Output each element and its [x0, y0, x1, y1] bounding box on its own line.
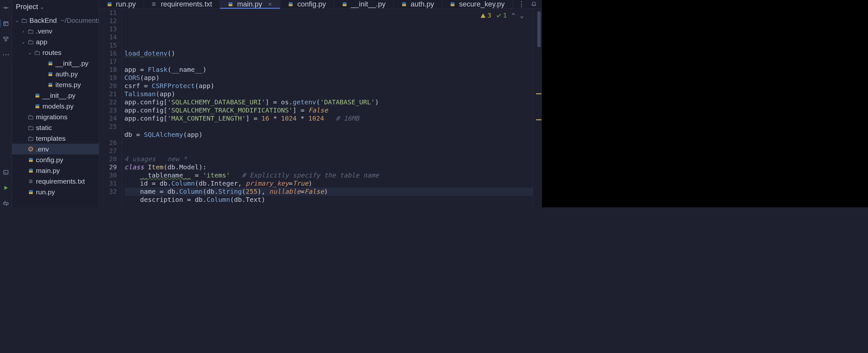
- tabbar-actions: ⋮: [513, 0, 542, 8]
- tree-item-label: .venv: [36, 27, 52, 35]
- project-header[interactable]: Project ⌄: [12, 0, 99, 14]
- tree-item-auth-py[interactable]: auth.py: [12, 69, 99, 79]
- line-number[interactable]: 16: [99, 50, 117, 58]
- code-line[interactable]: description = db.Column(db.Text): [125, 196, 533, 204]
- prev-highlight-icon[interactable]: ⌃: [512, 11, 515, 20]
- tree-item---init---py[interactable]: __init__.py: [12, 58, 99, 69]
- tree-item-app[interactable]: ⌄🗀app: [12, 36, 99, 47]
- tree-item--venv[interactable]: ›🗀.venv: [12, 26, 99, 36]
- line-number[interactable]: 17: [99, 58, 117, 66]
- tab-config-py[interactable]: config.py: [280, 0, 334, 8]
- structure-icon[interactable]: [2, 35, 10, 43]
- project-icon[interactable]: [2, 20, 10, 27]
- tree-item-models-py[interactable]: models.py: [12, 101, 99, 111]
- commit-icon[interactable]: [2, 4, 10, 12]
- code-line[interactable]: [125, 123, 533, 131]
- line-number[interactable]: 11: [99, 9, 117, 17]
- line-number[interactable]: 19: [99, 74, 117, 82]
- code-line[interactable]: [125, 41, 533, 50]
- code-line[interactable]: db = SQLAlchemy(app): [125, 131, 533, 139]
- line-number[interactable]: 12: [99, 17, 117, 25]
- line-number[interactable]: 13: [99, 25, 117, 33]
- notifications-icon[interactable]: [531, 0, 537, 8]
- more-vertical-icon[interactable]: ⋮: [518, 0, 525, 8]
- line-number[interactable]: 29: [99, 163, 117, 171]
- inspection-widget[interactable]: 3 1 ⌃ ⌄: [480, 11, 524, 20]
- svg-rect-27: [289, 4, 292, 6]
- code-line[interactable]: name = db.Column(db.String(255), nullabl…: [125, 188, 533, 196]
- terminal-icon[interactable]: [2, 168, 10, 176]
- line-number[interactable]: 14: [99, 33, 117, 41]
- code-line[interactable]: csrf = CSRFProtect(app): [125, 82, 533, 90]
- python-console-icon[interactable]: [2, 200, 10, 207]
- code-line[interactable]: CORS(app): [125, 74, 533, 82]
- line-number[interactable]: 24: [99, 115, 117, 123]
- line-number[interactable]: 30: [99, 171, 117, 180]
- tree-item-routes[interactable]: ⌄🗀routes: [12, 47, 99, 58]
- line-number[interactable]: 20: [99, 82, 117, 90]
- tab-main-py[interactable]: main.py✕: [220, 0, 280, 8]
- code-line[interactable]: [125, 204, 533, 207]
- svg-rect-13: [35, 96, 39, 98]
- tree-item-templates[interactable]: 🗀templates: [12, 133, 99, 144]
- warning-mark[interactable]: [536, 93, 541, 94]
- warnings-badge[interactable]: 3: [480, 11, 491, 20]
- line-number[interactable]: 18: [99, 66, 117, 74]
- code-line[interactable]: [125, 33, 533, 41]
- expander-icon[interactable]: ›: [21, 29, 26, 34]
- tree-item--env[interactable]: ⚙.env: [12, 144, 99, 154]
- tree-item---init---py[interactable]: __init__.py: [12, 90, 99, 101]
- line-number[interactable]: 26: [99, 139, 117, 147]
- tree-item-label: .env: [36, 145, 49, 153]
- line-number[interactable]: 31: [99, 180, 117, 188]
- line-number[interactable]: 28: [99, 155, 117, 163]
- tab-secure-key-py[interactable]: secure_key.py: [442, 0, 513, 8]
- tree-item-requirements-txt[interactable]: ≡requirements.txt: [12, 176, 99, 187]
- usage-hint[interactable]: 4 usages new *: [125, 155, 533, 163]
- tab---init---py[interactable]: __init__.py: [334, 0, 394, 8]
- close-icon[interactable]: ✕: [268, 1, 272, 7]
- scrollbar-thumb[interactable]: [537, 11, 540, 47]
- tree-root[interactable]: ⌄ 🗀 BackEnd ~/Documents/Dev: [12, 15, 99, 26]
- more-icon[interactable]: ⋯: [2, 51, 10, 59]
- next-highlight-icon[interactable]: ⌄: [520, 11, 524, 20]
- code-line[interactable]: __tablename__ = 'items' # Explicitly spe…: [125, 171, 533, 180]
- code-line[interactable]: [125, 139, 533, 147]
- line-number[interactable]: 15: [99, 41, 117, 50]
- error-stripe[interactable]: [533, 9, 542, 207]
- code-line[interactable]: app.config['SQLALCHEMY_DATABASE_URI'] = …: [125, 98, 533, 106]
- code-line[interactable]: [125, 58, 533, 66]
- tree-item-run-py[interactable]: run.py: [12, 187, 99, 197]
- code-line[interactable]: [125, 147, 533, 155]
- expander-icon[interactable]: ⌄: [28, 50, 32, 55]
- code-content[interactable]: 3 1 ⌃ ⌄ load_dotenv() app = Flask(__name…: [122, 9, 533, 207]
- code-line[interactable]: load_dotenv(): [125, 50, 533, 58]
- code-line[interactable]: class Item(db.Model):: [125, 163, 533, 171]
- code-line[interactable]: Talisman(app): [125, 90, 533, 98]
- line-number[interactable]: 25: [99, 123, 117, 131]
- tree-item-main-py[interactable]: main.py: [12, 165, 99, 176]
- tab-run-py[interactable]: run.py: [99, 0, 144, 8]
- tree-item-config-py[interactable]: config.py: [12, 154, 99, 165]
- line-number[interactable]: 32: [99, 188, 117, 196]
- tab-auth-py[interactable]: auth.py: [394, 0, 442, 8]
- line-number[interactable]: 21: [99, 90, 117, 98]
- tree-item-migrations[interactable]: 🗀migrations: [12, 111, 99, 122]
- tree-item-items-py[interactable]: items.py: [12, 79, 99, 90]
- expander-icon[interactable]: ⌄: [21, 39, 26, 44]
- line-number[interactable]: 23: [99, 106, 117, 115]
- svg-rect-3: [6, 37, 8, 39]
- line-number[interactable]: 22: [99, 98, 117, 106]
- line-number[interactable]: 27: [99, 147, 117, 155]
- code-line[interactable]: app.config['MAX_CONTENT_LENGTH'] = 16 * …: [125, 115, 533, 123]
- code-line[interactable]: app.config['SQLALCHEMY_TRACK_MODIFICATIO…: [125, 106, 533, 115]
- tree-item-static[interactable]: 🗀static: [12, 122, 99, 133]
- editor[interactable]: 111213141516171819202122232425 262728293…: [99, 9, 542, 207]
- code-line[interactable]: app = Flask(__name__): [125, 66, 533, 74]
- tab-requirements-txt[interactable]: ≡requirements.txt: [144, 0, 220, 8]
- chevron-down-icon[interactable]: ⌄: [15, 18, 19, 23]
- weak-warnings-badge[interactable]: 1: [496, 11, 507, 20]
- warning-mark[interactable]: [536, 119, 541, 120]
- run-icon[interactable]: [2, 184, 10, 192]
- code-line[interactable]: id = db.Column(db.Integer, primary_key=T…: [125, 180, 533, 188]
